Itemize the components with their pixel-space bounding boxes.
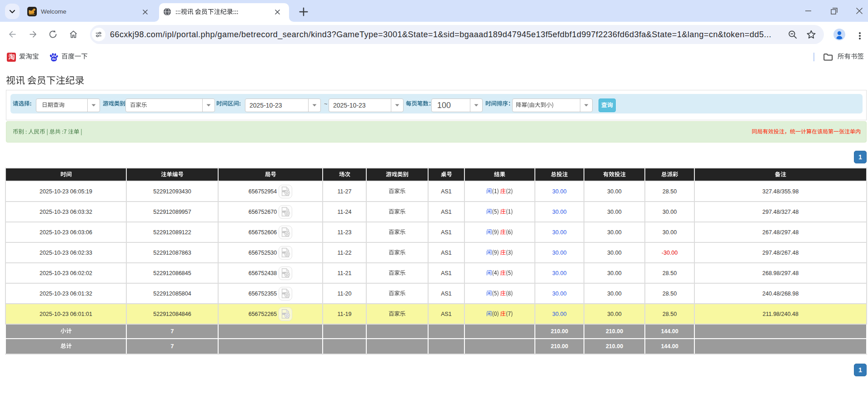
svg-text:du: du bbox=[52, 57, 56, 60]
